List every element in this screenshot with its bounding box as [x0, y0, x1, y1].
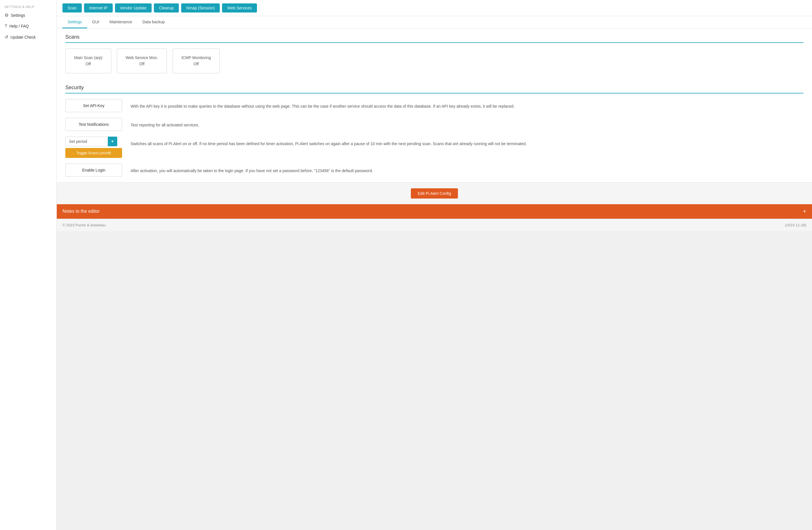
main-scan-line2: Off — [74, 61, 102, 67]
enable-login-desc: After activation, you will automatically… — [131, 163, 803, 174]
internet-ip-button[interactable]: Internet IP — [84, 3, 113, 13]
test-notifications-row: Test Notifications Test reporting for al… — [65, 118, 803, 131]
tab-settings[interactable]: Settings — [62, 16, 87, 28]
test-notifications-desc: Test reporting for all activated service… — [131, 118, 803, 128]
set-period-input[interactable]: Set period — [65, 137, 108, 146]
test-notifications-btn-col: Test Notifications — [65, 118, 122, 131]
tab-maintenance[interactable]: Maintenance — [104, 16, 137, 28]
tabs: Settings GUI Maintenance Data backup — [57, 16, 812, 28]
footer: © 2023 Puche & leiweibau (2023-11-28) — [57, 219, 812, 231]
web-services-button[interactable]: Web Services — [222, 3, 257, 13]
vendor-update-button[interactable]: Vendor Update — [115, 3, 151, 13]
footer-date: (2023-11-28) — [785, 223, 806, 227]
cleanup-button[interactable]: Cleanup — [154, 3, 179, 13]
enable-login-btn-col: Enable Login — [65, 163, 122, 177]
sidebar: SETTINGS & HELP ⚙ Settings ? Help / FAQ … — [0, 0, 57, 530]
set-api-key-btn-col: Set API-Key — [65, 99, 122, 112]
security-items: Set API-Key With the API key it is possi… — [65, 99, 803, 177]
set-period-row: Set period ▼ — [65, 137, 122, 146]
scans-title: Scans — [65, 34, 803, 43]
gear-icon: ⚙ — [4, 13, 9, 18]
sidebar-item-settings-label: Settings — [11, 13, 25, 18]
sidebar-section-label: SETTINGS & HELP — [0, 3, 57, 10]
main-scan-line1: Main Scan (arp) — [74, 55, 102, 61]
security-section: Security Set API-Key With the API key it… — [57, 82, 812, 182]
nmap-session-button[interactable]: Nmap (Session) — [181, 3, 220, 13]
icmp-monitoring-line2: Off — [182, 61, 211, 67]
tab-gui[interactable]: GUI — [87, 16, 104, 28]
enable-login-button[interactable]: Enable Login — [65, 163, 122, 177]
toggle-scans-button[interactable]: Toggle Scans (on/off) — [65, 148, 122, 158]
scans-section: Scans Main Scan (arp) Off Web Service Mo… — [57, 28, 812, 82]
toggle-scans-row: Set period ▼ Toggle Scans (on/off) Switc… — [65, 137, 803, 158]
enable-login-row: Enable Login After activation, you will … — [65, 163, 803, 177]
sidebar-item-settings[interactable]: ⚙ Settings — [0, 10, 57, 21]
toggle-scans-btn-col: Set period ▼ Toggle Scans (on/off) — [65, 137, 122, 158]
content-area: Settings GUI Maintenance Data backup Sca… — [57, 16, 812, 182]
notes-section[interactable]: Notes to the editor + — [57, 204, 812, 219]
set-period-dropdown-button[interactable]: ▼ — [108, 137, 117, 146]
edit-config-section: Edit Pi.Alert Config — [57, 182, 812, 204]
set-api-key-button[interactable]: Set API-Key — [65, 99, 122, 112]
scan-cards: Main Scan (arp) Off Web Service Mon. Off… — [65, 48, 803, 73]
web-service-mon-line2: Off — [126, 61, 158, 67]
toolbar: Scan Internet IP Vendor Update Cleanup N… — [57, 0, 812, 16]
sidebar-item-update-check[interactable]: ↺ Update Check — [0, 31, 57, 43]
test-notifications-button[interactable]: Test Notifications — [65, 118, 122, 131]
help-icon: ? — [4, 24, 7, 29]
main-content: Scan Internet IP Vendor Update Cleanup N… — [57, 0, 812, 530]
scan-button[interactable]: Scan — [62, 3, 82, 13]
sidebar-item-help-faq-label: Help / FAQ — [9, 24, 29, 28]
icmp-monitoring-line1: ICMP Monitoring — [182, 55, 211, 61]
tab-data-backup[interactable]: Data backup — [137, 16, 170, 28]
security-title: Security — [65, 85, 803, 94]
sidebar-item-help-faq[interactable]: ? Help / FAQ — [0, 21, 57, 31]
web-service-mon-line1: Web Service Mon. — [126, 55, 158, 61]
web-service-mon-card: Web Service Mon. Off — [117, 48, 167, 73]
edit-config-button[interactable]: Edit Pi.Alert Config — [411, 188, 458, 199]
notes-plus: + — [803, 208, 806, 215]
set-api-key-desc: With the API key it is possible to make … — [131, 99, 803, 109]
set-api-key-row: Set API-Key With the API key it is possi… — [65, 99, 803, 112]
toggle-scans-desc: Switches all scans of Pi.Alert on or off… — [131, 137, 803, 147]
footer-copyright: © 2023 Puche & leiweibau — [62, 223, 106, 227]
refresh-icon: ↺ — [4, 34, 8, 40]
main-scan-card: Main Scan (arp) Off — [65, 48, 111, 73]
notes-label: Notes to the editor — [62, 209, 100, 214]
sidebar-item-update-check-label: Update Check — [11, 35, 36, 40]
icmp-monitoring-card: ICMP Monitoring Off — [173, 48, 220, 73]
